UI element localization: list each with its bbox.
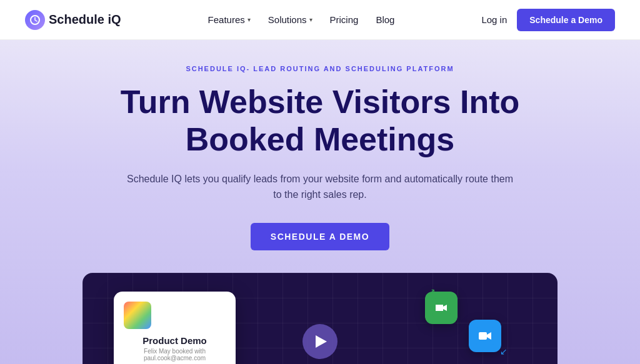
solutions-chevron-icon: ▾ [309,16,312,23]
demo-card-title: Product Demo [124,335,226,346]
demo-card: Product Demo Felix May booked with paul.… [114,292,236,364]
zoom-arrow-icon: ↙ [500,347,508,357]
hero-subtitle: SCHEDULE IQ- LEAD ROUTING AND SCHEDULING… [25,65,615,72]
svg-rect-3 [479,332,487,340]
nav-right: Log in Schedule a Demo [481,9,615,31]
nav-pricing[interactable]: Pricing [330,14,359,25]
nav-features[interactable]: Features ▾ [208,14,251,25]
logo-icon [25,10,45,30]
play-button[interactable] [302,324,338,359]
login-button[interactable]: Log in [481,14,507,25]
demo-card-subtitle: Felix May booked with paul.cook@acme.com [124,348,226,362]
nav-center: Features ▾ Solutions ▾ Pricing Blog [208,14,395,25]
nav-solutions[interactable]: Solutions ▾ [268,14,312,25]
demo-card-avatar [124,302,151,329]
navbar: Schedule iQ Features ▾ Solutions ▾ Prici… [0,0,640,40]
logo[interactable]: Schedule iQ [25,10,121,30]
play-icon [316,335,327,348]
dashboard-preview: Product Demo Felix May booked with paul.… [82,273,558,364]
nav-blog[interactable]: Blog [376,14,394,25]
schedule-demo-nav-button[interactable]: Schedule a Demo [517,9,615,31]
features-chevron-icon: ▾ [248,16,251,23]
zoom-icon [469,320,501,352]
hero-cta-button[interactable]: SCHEDULE A DEMO [251,223,389,250]
hero-section: SCHEDULE IQ- LEAD ROUTING AND SCHEDULING… [0,40,640,364]
hero-title: Turn Website Visitors Into Booked Meetin… [25,84,615,159]
hero-description: Schedule IQ lets you qualify leads from … [126,171,514,203]
logo-text: Schedule iQ [49,12,121,27]
meet-arrow-icon: ↗ [428,287,436,297]
